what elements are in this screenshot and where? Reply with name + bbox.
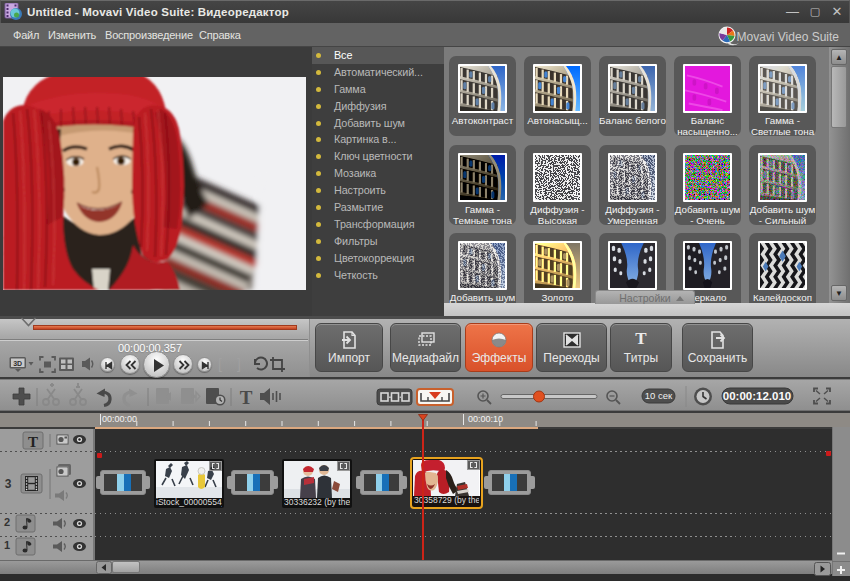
svg-text:2: 2 — [4, 516, 10, 528]
svg-text:T: T — [28, 434, 38, 450]
svg-text:T: T — [240, 387, 253, 408]
svg-text:00:00:12.010: 00:00:12.010 — [723, 390, 791, 402]
svg-text:3: 3 — [5, 477, 12, 491]
svg-text:3D: 3D — [13, 360, 22, 367]
svg-text:10 сек: 10 сек — [645, 390, 673, 401]
svg-text:1: 1 — [4, 539, 10, 551]
